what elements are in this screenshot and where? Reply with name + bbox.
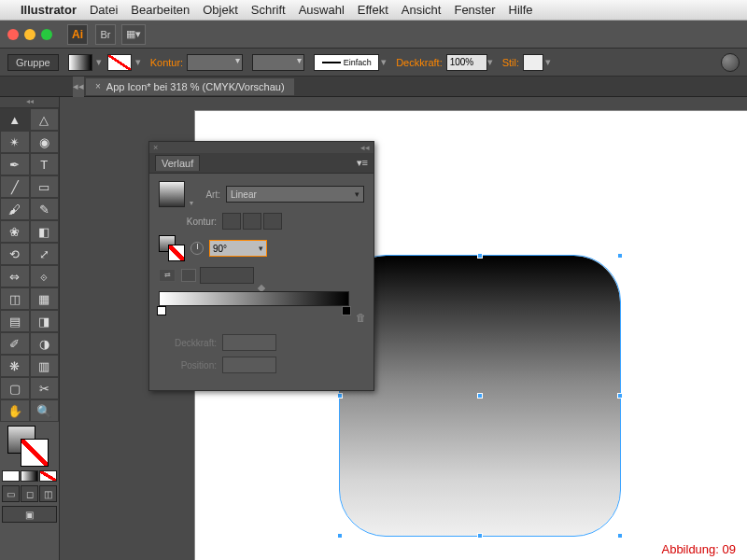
- screen-mode-row: ▭ ◻ ◫: [0, 483, 59, 504]
- stop-opacity-label: Deckkraft:: [159, 338, 217, 348]
- window-chrome: Ai Br ▦▾: [0, 21, 747, 49]
- shape-builder-tool-icon[interactable]: ◫: [0, 287, 30, 310]
- zoom-icon[interactable]: [41, 29, 52, 40]
- panel-grip[interactable]: ×◂◂: [149, 142, 374, 153]
- gradient-stop-black[interactable]: [342, 306, 351, 319]
- stroke-align-2-icon[interactable]: [243, 213, 261, 230]
- minimize-icon[interactable]: [24, 29, 35, 40]
- gradient-tool-icon[interactable]: ◨: [30, 310, 60, 332]
- document-title: App Icon* bei 318 % (CMYK/Vorschau): [106, 81, 285, 92]
- stroke-weight-dropdown[interactable]: [187, 54, 243, 71]
- panel-menu-icon[interactable]: ▾≡: [357, 157, 368, 169]
- menu-bearbeiten[interactable]: Bearbeiten: [131, 3, 190, 17]
- direct-selection-tool-icon[interactable]: △: [30, 108, 60, 131]
- line-tool-icon[interactable]: ╱: [0, 175, 30, 198]
- stroke-indicator[interactable]: [21, 439, 49, 467]
- draw-behind-icon[interactable]: ◻: [21, 485, 38, 502]
- menu-hilfe[interactable]: Hilfe: [509, 3, 533, 17]
- fill-stroke-mini[interactable]: [159, 235, 185, 261]
- menu-objekt[interactable]: Objekt: [203, 3, 238, 17]
- magic-wand-tool-icon[interactable]: ✴: [0, 131, 30, 153]
- figure-caption: Abbildung: 09: [661, 542, 736, 556]
- pen-tool-icon[interactable]: ✒: [0, 153, 30, 175]
- slice-tool-icon[interactable]: ✂: [30, 377, 60, 399]
- gradient-preview-swatch[interactable]: [159, 181, 185, 207]
- fill-stroke-control[interactable]: [0, 422, 59, 469]
- toolbox-grip[interactable]: ◂◂: [0, 97, 59, 108]
- lasso-tool-icon[interactable]: ◉: [30, 131, 60, 153]
- free-transform-tool-icon[interactable]: ⟐: [30, 265, 60, 287]
- panel-title[interactable]: Verlauf: [155, 155, 200, 171]
- rectangle-tool-icon[interactable]: ▭: [30, 175, 60, 198]
- blob-brush-tool-icon[interactable]: ❀: [0, 220, 30, 243]
- width-tool-icon[interactable]: ⇔: [0, 265, 30, 287]
- stop-position-input[interactable]: [222, 357, 276, 373]
- menu-datei[interactable]: Datei: [90, 3, 118, 17]
- brush-def-dropdown[interactable]: Einfach: [314, 54, 379, 71]
- color-mode-none-icon[interactable]: [39, 470, 57, 482]
- hand-tool-icon[interactable]: ✋: [0, 399, 30, 422]
- rounded-rect-shape[interactable]: [340, 256, 620, 536]
- graphic-style-swatch[interactable]: [523, 54, 543, 71]
- aspect-ratio-icon: [181, 269, 196, 282]
- panel-flyout-icon[interactable]: ◂◂: [73, 77, 84, 97]
- gradient-type-dropdown[interactable]: Linear: [226, 186, 364, 203]
- gradient-panel[interactable]: ×◂◂ Verlauf ▾≡ Art: Linear Kontur: 90°: [148, 141, 374, 391]
- menu-effekt[interactable]: Effekt: [358, 3, 388, 17]
- rotate-tool-icon[interactable]: ⟲: [0, 243, 30, 265]
- control-bar: Gruppe ▾ ▾ Kontur: Einfach▾ Deckkraft: 1…: [0, 49, 747, 77]
- eraser-tool-icon[interactable]: ◧: [30, 220, 60, 243]
- var-width-dropdown[interactable]: [252, 54, 304, 71]
- menu-auswahl[interactable]: Auswahl: [299, 3, 345, 17]
- os-menu-bar: Illustrator Datei Bearbeiten Objekt Schr…: [0, 0, 747, 21]
- close-tab-icon[interactable]: ×: [95, 81, 101, 91]
- color-mode-solid-icon[interactable]: [2, 470, 20, 482]
- stroke-align-3-icon[interactable]: [263, 213, 282, 230]
- opacity-input[interactable]: 100%: [446, 54, 487, 71]
- blend-tool-icon[interactable]: ◑: [30, 332, 60, 355]
- artboard-tool-icon[interactable]: ▢: [0, 377, 30, 399]
- stroke-align-1-icon[interactable]: [222, 213, 241, 230]
- close-icon[interactable]: [7, 29, 19, 40]
- angle-icon: [190, 242, 204, 255]
- graph-tool-icon[interactable]: ▥: [30, 355, 60, 377]
- scale-tool-icon[interactable]: ⤢: [30, 243, 60, 265]
- menu-fenster[interactable]: Fenster: [454, 3, 495, 17]
- angle-input[interactable]: 90°: [209, 240, 267, 257]
- fill-swatch[interactable]: [68, 54, 92, 71]
- menu-ansicht[interactable]: Ansicht: [402, 3, 442, 17]
- aspect-ratio-input[interactable]: [200, 267, 254, 284]
- draw-mode-icon[interactable]: ▭: [2, 485, 20, 502]
- reverse-gradient-icon[interactable]: ⇄: [159, 269, 176, 282]
- delete-stop-icon[interactable]: 🗑: [356, 312, 366, 323]
- zoom-tool-icon[interactable]: 🔍: [30, 399, 60, 422]
- view-mode-row: ▣: [0, 504, 59, 525]
- app-name[interactable]: Illustrator: [21, 3, 77, 17]
- type-tool-icon[interactable]: T: [30, 153, 60, 175]
- opacity-label: Deckkraft:: [396, 57, 443, 68]
- perspective-tool-icon[interactable]: ▦: [30, 287, 60, 310]
- document-tab[interactable]: × App Icon* bei 318 % (CMYK/Vorschau): [86, 78, 294, 95]
- stop-opacity-input[interactable]: [222, 334, 276, 351]
- stroke-swatch[interactable]: [107, 54, 132, 71]
- arrange-docs-button[interactable]: ▦▾: [121, 24, 146, 45]
- canvas-area[interactable]: Abbildung: 09 ×◂◂ Verlauf ▾≡ Art: Linear…: [60, 97, 747, 560]
- selection-type-label: Gruppe: [7, 54, 59, 71]
- color-mode-gradient-icon[interactable]: [21, 470, 38, 482]
- symbol-sprayer-tool-icon[interactable]: ❋: [0, 355, 30, 377]
- style-label: Stil:: [502, 57, 519, 68]
- gradient-stop-white[interactable]: [157, 306, 166, 319]
- selection-tool-icon[interactable]: ▲: [0, 108, 30, 131]
- doc-setup-icon[interactable]: [721, 53, 740, 72]
- change-screen-mode-icon[interactable]: ▣: [2, 506, 57, 523]
- eyedropper-tool-icon[interactable]: ✐: [0, 332, 30, 355]
- bridge-button[interactable]: Br: [95, 24, 116, 45]
- stop-position-label: Position:: [159, 360, 217, 371]
- kontur-label: Kontur:: [150, 57, 183, 68]
- mesh-tool-icon[interactable]: ▤: [0, 310, 30, 332]
- paintbrush-tool-icon[interactable]: 🖌: [0, 198, 30, 220]
- gradient-ramp[interactable]: [159, 291, 349, 306]
- draw-inside-icon[interactable]: ◫: [39, 485, 57, 502]
- menu-schrift[interactable]: Schrift: [251, 3, 286, 17]
- pencil-tool-icon[interactable]: ✎: [30, 198, 60, 220]
